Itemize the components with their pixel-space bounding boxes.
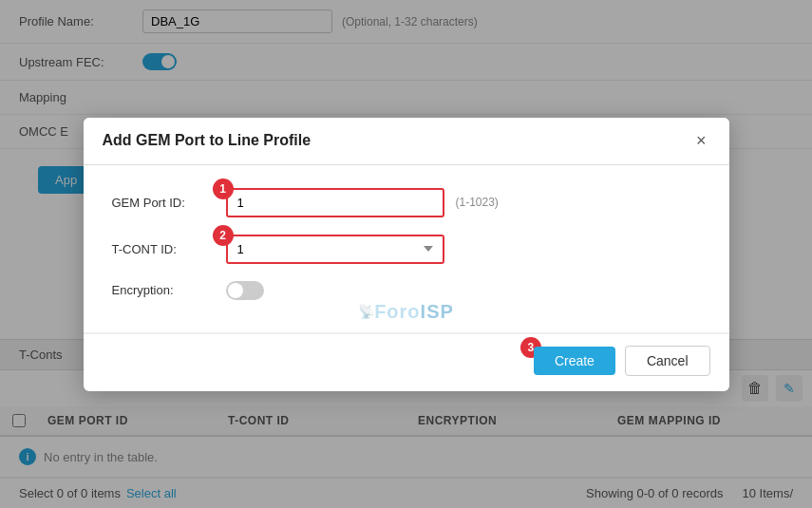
gem-port-id-label: GEM Port ID: <box>112 196 226 210</box>
add-gem-port-modal: Add GEM Port to Line Profile × GEM Port … <box>84 118 729 391</box>
tcont-id-row: T-CONT ID: 2 1 <box>112 235 701 264</box>
tcont-id-wrap: 2 1 <box>226 235 444 264</box>
step-2-badge: 2 <box>213 225 234 246</box>
modal-header: Add GEM Port to Line Profile × <box>84 118 729 165</box>
gem-port-id-input[interactable] <box>226 188 444 217</box>
gem-port-id-row: GEM Port ID: 1 (1-1023) <box>112 188 701 217</box>
cancel-button[interactable]: Cancel <box>625 346 710 376</box>
modal-close-button[interactable]: × <box>692 131 710 151</box>
watermark: 📡 ForoISP <box>358 301 454 323</box>
modal-footer: 3 Create Cancel <box>84 333 729 391</box>
step-1-badge: 1 <box>213 179 234 199</box>
tcont-id-label: T-CONT ID: <box>112 242 226 256</box>
tcont-id-select[interactable]: 1 <box>226 235 444 264</box>
gem-port-id-hint: (1-1023) <box>456 196 499 209</box>
encryption-row: Encryption: <box>112 281 701 300</box>
modal-body: GEM Port ID: 1 (1-1023) T-CONT ID: 2 1 <box>84 165 729 332</box>
encryption-label: Encryption: <box>112 283 226 297</box>
create-button[interactable]: Create <box>534 347 615 375</box>
gem-port-id-wrap: 1 (1-1023) <box>226 188 499 217</box>
create-button-wrap: 3 Create <box>534 347 615 375</box>
modal-overlay: Add GEM Port to Line Profile × GEM Port … <box>0 0 812 508</box>
modal-title: Add GEM Port to Line Profile <box>103 132 312 149</box>
encryption-toggle[interactable] <box>226 281 264 300</box>
